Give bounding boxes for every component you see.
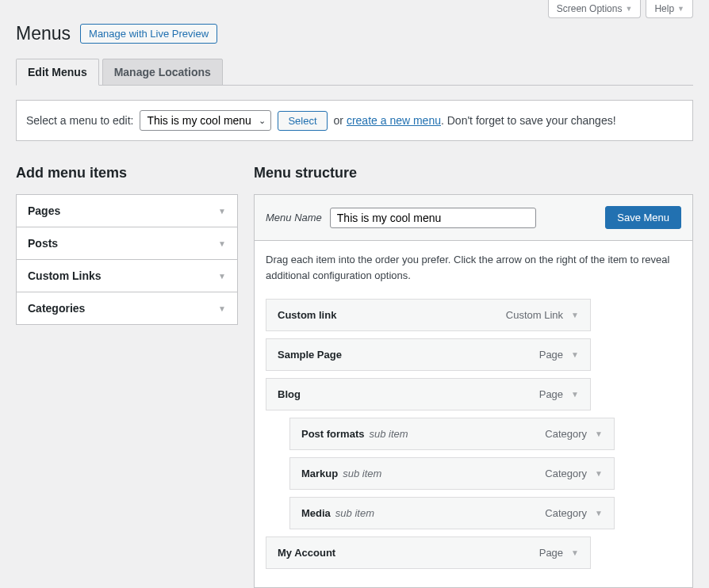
structure-description: Drag each item into the order you prefer… xyxy=(266,252,681,283)
menu-item[interactable]: BlogPage▼ xyxy=(266,378,591,410)
screen-options-label: Screen Options xyxy=(557,3,623,14)
accordion-panel-posts[interactable]: Posts▼ xyxy=(17,227,237,260)
menu-structure-box: Menu Name Save Menu Drag each item into … xyxy=(254,194,693,588)
menu-name-input[interactable] xyxy=(330,208,536,228)
menu-item[interactable]: Post formatssub itemCategory▼ xyxy=(289,418,615,450)
or-text: or xyxy=(334,114,343,127)
chevron-down-icon[interactable]: ▼ xyxy=(595,509,603,517)
accordion-panel-categories[interactable]: Categories▼ xyxy=(17,292,237,324)
chevron-down-icon[interactable]: ▼ xyxy=(595,430,603,438)
menu-item-type: Page xyxy=(539,349,563,361)
menu-item[interactable]: Sample PagePage▼ xyxy=(266,338,591,371)
menu-item[interactable]: Custom linkCustom Link▼ xyxy=(266,299,591,331)
menu-item-type: Category xyxy=(545,428,587,440)
chevron-down-icon: ▼ xyxy=(677,5,684,13)
chevron-down-icon[interactable]: ▼ xyxy=(571,548,579,557)
accordion-label: Custom Links xyxy=(28,269,102,282)
chevron-down-icon: ▼ xyxy=(625,5,632,13)
chevron-down-icon[interactable]: ▼ xyxy=(571,390,579,399)
menu-item[interactable]: Markupsub itemCategory▼ xyxy=(289,457,615,490)
menu-select[interactable]: This is my cool menu xyxy=(140,110,271,131)
chevron-down-icon: ▼ xyxy=(218,304,226,313)
create-new-menu-link[interactable]: create a new menu xyxy=(347,114,441,127)
page-title: Menus xyxy=(16,23,71,44)
menu-item-type: Category xyxy=(545,507,587,519)
chevron-down-icon: ▼ xyxy=(218,272,226,281)
reminder-text: . Don't forget to save your changes! xyxy=(441,114,616,127)
sub-item-label: sub item xyxy=(335,507,374,519)
accordion-panel-custom-links[interactable]: Custom Links▼ xyxy=(17,260,237,292)
menu-item-type: Category xyxy=(545,468,587,479)
menu-item-title: Media xyxy=(301,507,331,519)
add-menu-items-heading: Add menu items xyxy=(16,165,238,181)
accordion-panel-pages[interactable]: Pages▼ xyxy=(17,195,237,227)
menu-item[interactable]: Mediasub itemCategory▼ xyxy=(289,497,615,529)
accordion-label: Categories xyxy=(28,302,85,315)
help-label: Help xyxy=(654,3,674,14)
menu-select-bar: Select a menu to edit: This is my cool m… xyxy=(16,100,693,141)
accordion-label: Pages xyxy=(28,204,60,217)
sub-item-label: sub item xyxy=(343,468,381,479)
menu-structure-heading: Menu structure xyxy=(254,165,693,181)
menu-item-title: Custom link xyxy=(278,309,336,321)
tab-manage-locations[interactable]: Manage Locations xyxy=(102,59,223,86)
live-preview-button[interactable]: Manage with Live Preview xyxy=(80,24,217,44)
save-menu-button[interactable]: Save Menu xyxy=(605,206,681,229)
menu-item-type: Page xyxy=(539,547,563,559)
add-items-accordion: Pages▼Posts▼Custom Links▼Categories▼ xyxy=(16,194,238,325)
help-button[interactable]: Help ▼ xyxy=(646,0,693,18)
menu-item[interactable]: My AccountPage▼ xyxy=(266,536,591,569)
screen-options-button[interactable]: Screen Options ▼ xyxy=(548,0,642,18)
select-button[interactable]: Select xyxy=(278,111,327,131)
menu-item-type: Page xyxy=(539,388,563,400)
tab-edit-menus[interactable]: Edit Menus xyxy=(16,59,99,86)
menu-item-title: Blog xyxy=(278,388,301,400)
menu-item-title: Post formats xyxy=(301,428,364,440)
accordion-label: Posts xyxy=(28,237,58,250)
chevron-down-icon[interactable]: ▼ xyxy=(571,350,579,359)
chevron-down-icon: ▼ xyxy=(218,207,226,216)
chevron-down-icon: ▼ xyxy=(218,239,226,248)
menu-item-title: Markup xyxy=(301,468,338,479)
menu-name-label: Menu Name xyxy=(266,212,322,223)
menu-item-title: Sample Page xyxy=(278,349,342,361)
chevron-down-icon[interactable]: ▼ xyxy=(571,311,579,319)
menu-item-title: My Account xyxy=(278,547,335,559)
menu-item-type: Custom Link xyxy=(506,309,563,321)
chevron-down-icon[interactable]: ▼ xyxy=(595,469,603,478)
select-menu-label: Select a menu to edit: xyxy=(26,114,133,127)
sub-item-label: sub item xyxy=(369,428,408,440)
